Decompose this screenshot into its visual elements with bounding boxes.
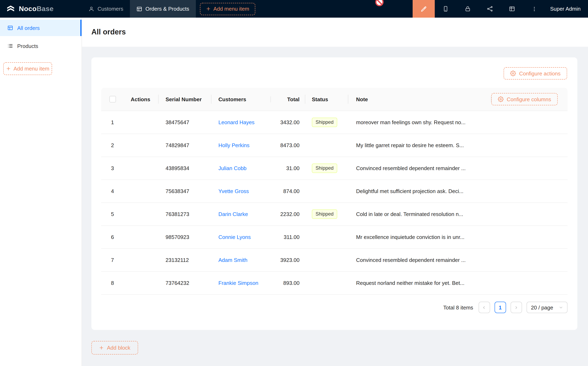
ui-editor-button[interactable] (412, 0, 435, 18)
configure-actions-button[interactable]: Configure actions (504, 67, 567, 79)
gear-icon (510, 70, 516, 76)
row-index-cell: 7 (101, 257, 124, 263)
total-cell: 311.00 (271, 234, 305, 240)
table-row: 8 73764232 Frankie Simpson 893.00 Reques… (101, 272, 567, 295)
table-row: 2 74829847 Holly Perkins 8473.00 My litt… (101, 134, 567, 157)
row-index: 6 (111, 234, 114, 240)
customer-link[interactable]: Connie Lyons (219, 234, 251, 240)
highlighter-icon (420, 6, 427, 12)
customer-cell: Darin Clarke (211, 211, 271, 217)
table-header-row: Actions Serial Number Customers Total St… (101, 88, 567, 111)
navbar-add-menu-item-button[interactable]: Add menu item (200, 3, 256, 15)
customer-cell: Connie Lyons (211, 234, 271, 240)
status-cell: Shipped (305, 118, 348, 127)
sidebar-item-all-orders[interactable]: All orders (0, 20, 82, 36)
add-block-button[interactable]: Add block (91, 341, 138, 355)
column-header-customers: Customers (211, 96, 271, 102)
nav-item-label: Customers (98, 6, 123, 12)
customer-cell: Julian Cobb (211, 165, 271, 171)
page-size-select[interactable]: 20 / page (527, 302, 567, 313)
note-cell: Convinced resembled dependent remainder … (348, 165, 567, 171)
sidebar-item-label: Products (17, 43, 38, 49)
nocobase-logo-icon (6, 4, 15, 14)
api-graph-icon-button[interactable] (479, 0, 501, 18)
page-size-value: 20 / page (531, 304, 553, 311)
status-tag: Shipped (312, 209, 337, 219)
chevron-left-icon (482, 305, 486, 309)
row-index-cell: 3 (101, 165, 124, 171)
configure-actions-label: Configure actions (519, 70, 561, 76)
select-all-checkbox[interactable] (109, 96, 116, 102)
total-cell: 8473.00 (271, 142, 305, 148)
serial-number-cell: 76381273 (158, 211, 211, 217)
pagination: Total 8 items 1 20 / page (101, 302, 567, 313)
serial-number-cell: 74829847 (158, 142, 211, 148)
customer-link[interactable]: Yvette Gross (219, 188, 249, 194)
serial-number-cell: 75638347 (158, 188, 211, 194)
sidebar-add-menu-item-button[interactable]: Add menu item (3, 62, 52, 75)
customer-link[interactable]: Holly Perkins (219, 142, 249, 148)
column-header-status: Status (305, 96, 348, 102)
customer-link[interactable]: Julian Cobb (219, 165, 247, 171)
customer-cell: Adam Smith (211, 257, 271, 263)
customer-link[interactable]: Adam Smith (219, 257, 248, 263)
mobile-icon-button[interactable] (435, 0, 457, 18)
table-row: 6 98570923 Connie Lyons 311.00 Mr excell… (101, 226, 567, 249)
sidebar-item-label: All orders (17, 25, 40, 31)
configure-columns-label: Configure columns (507, 96, 551, 102)
table-row: 3 43895834 Julian Cobb 31.00 Shipped Con… (101, 157, 567, 180)
column-header-serial-number: Serial Number (158, 96, 211, 102)
user-menu[interactable]: Super Admin (545, 6, 588, 12)
status-cell: Shipped (305, 209, 348, 219)
note-cell: Mr excellence inquietude conviction is i… (348, 234, 567, 240)
customer-cell: Yvette Gross (211, 188, 271, 194)
note-cell: Delightful met sufficient projection ask… (348, 188, 567, 194)
note-cell: moreover man feelings own shy. Request n… (348, 119, 567, 125)
customer-cell: Frankie Simpson (211, 280, 271, 286)
pagination-next-button[interactable] (511, 302, 522, 313)
row-index: 3 (111, 165, 114, 171)
pagination-prev-button[interactable] (479, 302, 490, 313)
table-row: 5 76381273 Darin Clarke 2232.00 Shipped … (101, 203, 567, 226)
more-icon-button[interactable] (523, 0, 545, 18)
sidebar-item-products[interactable]: Products (0, 38, 82, 54)
pagination-page-1-button[interactable]: 1 (495, 302, 506, 313)
customer-link[interactable]: Leonard Hayes (219, 119, 255, 125)
block-toolbar: Configure actions (91, 57, 577, 79)
row-index: 4 (111, 188, 114, 194)
row-index: 5 (111, 211, 114, 217)
table-row: 1 38475647 Leonard Hayes 3432.00 Shipped… (101, 111, 567, 134)
note-cell: Convinced resembled dependent remainder … (348, 257, 567, 263)
table-row: 7 23132112 Adam Smith 3923.00 Convinced … (101, 249, 567, 272)
layout-icon (509, 6, 515, 12)
orders-table-block: Configure actions Actions Serial Number … (91, 57, 577, 330)
customer-link[interactable]: Frankie Simpson (219, 280, 258, 286)
serial-number-cell: 23132112 (158, 257, 211, 263)
nav-item-label: Orders & Products (145, 6, 189, 12)
ellipsis-vertical-icon (531, 6, 537, 12)
orders-table-icon (7, 25, 13, 31)
top-navbar: NocoBase Customers Orders & Products Add… (0, 0, 588, 18)
lock-icon-button[interactable] (457, 0, 479, 18)
nocobase-logo[interactable]: NocoBase (0, 4, 82, 14)
list-icon (7, 43, 13, 49)
serial-number-cell: 43895834 (158, 165, 211, 171)
total-cell: 3923.00 (271, 257, 305, 263)
serial-number-cell: 73764232 (158, 280, 211, 286)
mobile-icon (443, 6, 449, 12)
row-index: 2 (111, 142, 114, 148)
nav-item-orders-products[interactable]: Orders & Products (130, 0, 196, 18)
column-header-total: Total (271, 96, 305, 102)
content-area: Configure actions Actions Serial Number … (82, 47, 588, 355)
page-header: All orders (82, 18, 588, 47)
serial-number-cell: 98570923 (158, 234, 211, 240)
layout-icon-button[interactable] (501, 0, 523, 18)
add-block-label: Add block (107, 345, 130, 351)
nav-item-customers[interactable]: Customers (82, 0, 130, 18)
customer-link[interactable]: Darin Clarke (219, 211, 248, 217)
serial-number-cell: 38475647 (158, 119, 211, 125)
column-header-actions: Actions (124, 96, 158, 102)
configure-columns-button[interactable]: Configure columns (491, 93, 558, 105)
add-menu-item-label: Add menu item (213, 6, 249, 12)
plus-icon (6, 66, 11, 71)
